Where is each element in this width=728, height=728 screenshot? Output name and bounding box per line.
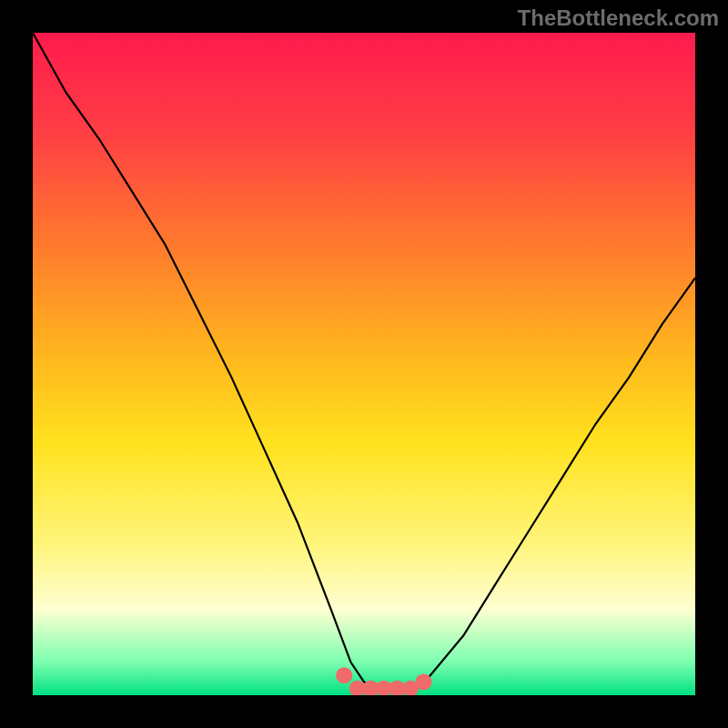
bottleneck-curve — [33, 33, 695, 689]
curve-layer — [33, 33, 695, 695]
highlight-dot — [336, 667, 352, 683]
highlight-marks — [336, 667, 431, 695]
curve-path — [33, 33, 695, 689]
plot-area — [33, 33, 695, 695]
chart-frame: TheBottleneck.com — [0, 0, 728, 728]
highlight-dot — [416, 673, 432, 690]
watermark-label: TheBottleneck.com — [518, 5, 719, 31]
